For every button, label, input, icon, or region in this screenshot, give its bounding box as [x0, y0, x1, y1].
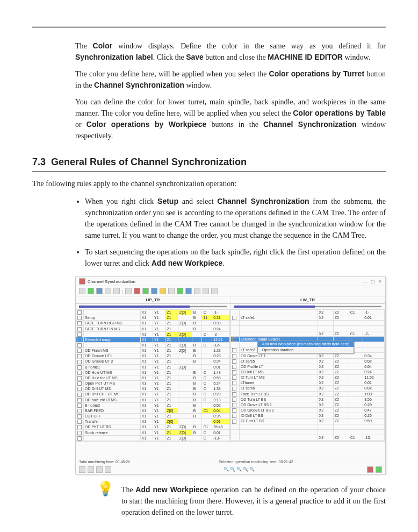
table-cell — [202, 359, 212, 364]
table-cell: X1 — [140, 353, 153, 359]
table-row[interactable]: SetupX1Y1Z1B110:31 — [76, 315, 230, 321]
table-cell — [363, 337, 385, 342]
table-row[interactable]: LT safe5X2Z20:02 — [231, 358, 385, 364]
zoom-icon[interactable]: 🔍 — [224, 467, 229, 472]
toolbar-icon[interactable] — [96, 288, 103, 294]
footer-icon[interactable] — [96, 466, 103, 473]
lw-slider[interactable] — [234, 305, 381, 308]
table-cell: X1 — [140, 315, 153, 321]
table-cell: ID Drill LT BS — [239, 413, 318, 418]
table-cell: Y1 — [153, 348, 165, 353]
zoom-icon[interactable]: 🔍 — [236, 467, 242, 472]
table-cell — [202, 321, 212, 326]
toolbar-icon[interactable] — [185, 288, 192, 294]
footer-icon[interactable] — [376, 466, 382, 473]
undo-icon[interactable] — [203, 288, 209, 294]
table-row[interactable] — [231, 429, 385, 435]
footer-icon[interactable] — [105, 466, 111, 473]
toolbar-icon[interactable] — [79, 288, 85, 294]
table-cell: Z1 — [165, 337, 178, 342]
zoom-icon[interactable]: 🔍 — [249, 467, 255, 472]
menu-operation-duration[interactable]: Operation duration... — [258, 347, 354, 353]
footer-icon[interactable] — [79, 466, 85, 473]
table-row[interactable]: OD Groove UT 2X1Y1Z1B0:34 — [76, 359, 230, 364]
table-row[interactable]: OD Groove LT BS 2X2Z20:47 — [231, 408, 385, 413]
table-row[interactable]: CUT OFFX1Y1Z1B0:35 — [76, 413, 230, 418]
row-icon — [76, 435, 84, 441]
table-row[interactable]: ID Turn LT MSX2Z211:53 — [231, 375, 385, 380]
table-row[interactable]: OD Hole UT MSX1Y1Z1BC1:48 — [76, 370, 230, 375]
table-cell: Z1 — [165, 386, 178, 392]
para-color-window: The Color window displays. Define the co… — [75, 40, 386, 63]
table-row[interactable]: B home2X1Y1Z1B0:02 — [76, 402, 230, 408]
table-row[interactable]: OD Turn LT BSX2Z28:56 — [231, 396, 385, 402]
table-row[interactable]: ID Drill LT BSX2Z20:26 — [231, 413, 385, 418]
table-row[interactable]: OD PKT UT BSX1Y1Z1Z[0]BC125:48 — [76, 424, 230, 430]
table-row[interactable]: OD hole chf UTMSX1Y1Z1BC3:13 — [76, 397, 230, 402]
table-row[interactable]: X1Y1Z1Z[0]C-2- — [76, 331, 230, 337]
table-row[interactable]: OD Drill CHF UT MSX1Y1Z1BC0:28 — [76, 392, 230, 397]
table-row[interactable]: LT safe1X2Z20:01 — [231, 315, 385, 321]
table-row[interactable] — [231, 326, 385, 331]
table-row[interactable]: BAR FEEDX1Y1Z[0]BC10:04 — [76, 408, 230, 413]
table-cell: X1 — [140, 337, 153, 342]
table-row[interactable]: X2Z2C1-13- — [231, 435, 385, 440]
table-cell: Y1 — [153, 370, 165, 375]
table-cell — [349, 321, 363, 326]
table-row[interactable]: OD Hole for UT MSX1Y1Z1BC0:58 — [76, 375, 230, 380]
table-row[interactable]: ID Turn LT BSX2Z29:59 — [231, 418, 385, 424]
table-row[interactable]: X2Z2C1-2- — [231, 331, 385, 337]
maximize-button[interactable]: ▢ — [371, 279, 375, 284]
table-row[interactable]: OD Grove LT BS 1X2Z20:29 — [231, 402, 385, 407]
table-row[interactable] — [231, 424, 385, 429]
zoom-icon[interactable]: 🔍 — [230, 467, 235, 472]
table-row[interactable] — [231, 321, 385, 326]
toolbar-icon[interactable] — [160, 288, 166, 294]
minimize-button[interactable]: — — [363, 279, 367, 284]
table-row[interactable]: FACE TURN RGH MSX1Y1Z1Z[0]B0:38 — [76, 321, 230, 326]
table-row[interactable]: X1Y1Z1Z[0]C-13- — [76, 435, 230, 441]
table-row[interactable]: X1Y1Z1Z[0]BC-1- — [76, 310, 230, 315]
table-row[interactable]: OD Drill UT MSX1Y1Z1BC1:38 — [76, 386, 230, 392]
row-icon — [76, 326, 84, 331]
toolbar-icon[interactable] — [105, 288, 111, 294]
table-row[interactable]: Open PKT UT MSX1Y1Z1BC5:24 — [76, 381, 230, 386]
table-cell: Y1 — [153, 364, 165, 370]
table-row[interactable]: FACE TURN FIN MSX1Y1Z1B0:24 — [76, 326, 230, 331]
toolbar-icon[interactable] — [151, 288, 157, 294]
table-row[interactable]: TransferX1Y1Z[0]0:01 — [76, 419, 230, 424]
table-cell: Y1 — [153, 342, 165, 347]
table-row[interactable]: Face Turn LT BSX2Z21:00 — [231, 391, 385, 396]
table-row[interactable]: OD Grove LT 1X2Z20:34 — [231, 353, 385, 358]
table-row[interactable]: Stock releaseX1Y1Z1Z[0]BC0:01 — [76, 430, 230, 435]
menu-add-new-workpiece[interactable]: Add new Workpiece (it's machining starts… — [258, 341, 354, 347]
table-cell — [349, 369, 363, 374]
footer-icon[interactable] — [367, 466, 373, 473]
table-cell: 0:26 — [363, 413, 385, 418]
table-row[interactable]: X2Z2C1-1- — [231, 310, 385, 315]
up-slider[interactable] — [79, 305, 227, 308]
toolbar-icon[interactable] — [142, 288, 149, 294]
zoom-icon[interactable]: 🔍 — [243, 467, 248, 472]
table-row[interactable]: OD Finish MSX1Y1Z1Z[0]B1:28 — [76, 348, 230, 353]
toolbar-icon[interactable] — [134, 288, 140, 294]
table-row[interactable]: LT safe6X2Z20:02 — [231, 386, 385, 391]
toolbar-icon[interactable] — [125, 288, 132, 294]
table-row[interactable]: Extended roughX1Y1Z112:21 — [76, 337, 230, 342]
table-row[interactable]: B home1X1Y1Z1Z[0]0:01 — [76, 364, 230, 370]
table-row[interactable]: OD Profile LTX2Z20:04 — [231, 364, 385, 369]
row-icon — [231, 424, 240, 429]
table-row[interactable]: ID Drill LT MSX2Z20:24 — [231, 369, 385, 374]
close-button[interactable]: ✕ — [378, 279, 382, 284]
table-row[interactable]: X1Y1Z1Z[0]BC-12- — [76, 342, 230, 347]
table-row[interactable]: LThomeX2Z20:01 — [231, 380, 385, 386]
toolbar-icon[interactable] — [113, 288, 120, 294]
toolbar-icon[interactable] — [168, 288, 175, 294]
toolbar-icon[interactable] — [194, 288, 200, 294]
footer-icon[interactable] — [88, 466, 94, 473]
toolbar-icon[interactable] — [177, 288, 183, 294]
table-row[interactable]: OD Groove UT1X1Y1Z1B0:28 — [76, 353, 230, 359]
table-cell: X1 — [140, 321, 153, 326]
redo-icon[interactable] — [211, 288, 218, 294]
toolbar-icon[interactable] — [88, 288, 94, 294]
